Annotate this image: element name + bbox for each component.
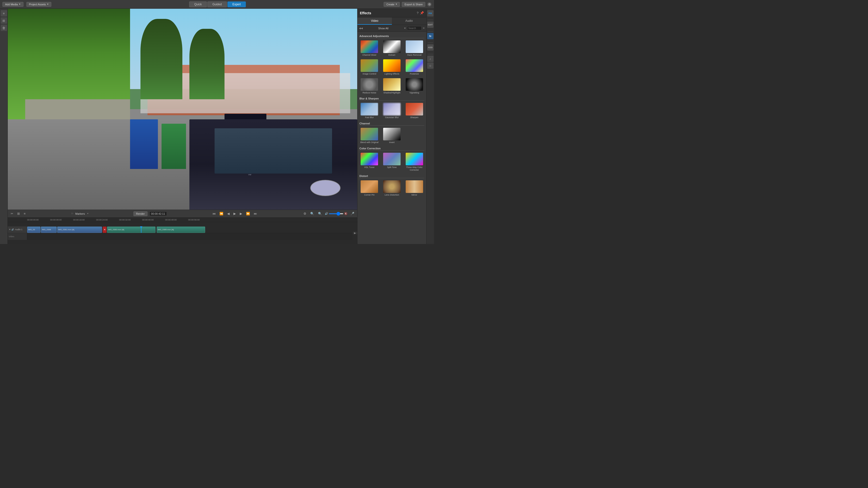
effect-mirror[interactable]: Mirror (404, 180, 425, 197)
go-to-start-button[interactable]: ⏮ (211, 211, 217, 216)
volume-icon: 🔊 (325, 212, 328, 215)
effect-corner-pin[interactable]: Corner Pin (359, 180, 380, 197)
project-assets-label: Project Assets (29, 3, 46, 6)
clip-img0385[interactable]: IMG_0385.mov [A] (157, 227, 205, 233)
smart-trim-icon[interactable]: ✂ (10, 211, 14, 216)
effects-panel-title: Effects (360, 11, 371, 15)
mode-guided-button[interactable]: Guided (207, 1, 227, 7)
timeline-scroll-right[interactable]: ▶ (352, 232, 357, 234)
add-label: ADD (428, 46, 433, 48)
delete-icon[interactable]: 🗑 (1, 25, 7, 31)
effect-thumb-invert (383, 128, 401, 140)
narration-icon[interactable]: 🎤 (349, 211, 355, 216)
rt-divider-3 (428, 42, 433, 43)
effect-label-shadow-highlight: Shadow/Highlight (383, 92, 400, 94)
clip-img03-label: IMG_03 (27, 228, 36, 231)
effect-thumb-shadow-highlight (383, 78, 401, 91)
layout-icon[interactable]: ⊞ (16, 211, 21, 216)
effect-blend-original[interactable]: Blend with Original (359, 127, 380, 144)
time-label-7: 00:00:56:00 (188, 219, 200, 221)
fx-button[interactable]: fx (427, 33, 434, 39)
left-toolbar: ≡ ⊞ 🗑 (0, 9, 8, 244)
effect-haze-removal[interactable]: Haze Removal (404, 40, 425, 57)
main-layout: ≡ ⊞ 🗑 (0, 9, 434, 244)
settings-icon[interactable]: ⚙ (427, 2, 432, 6)
zoom-in-icon[interactable]: 🔍 (309, 211, 315, 216)
effects-search-input[interactable] (407, 26, 422, 30)
prev-frame-button[interactable]: ◀ (226, 211, 230, 216)
effect-shadow-highlight[interactable]: Shadow/Highlight (381, 77, 403, 95)
clip-img0383[interactable]: IMG_0383.mov [A] (107, 227, 155, 233)
crop-icon[interactable]: ⊞ (1, 18, 7, 24)
effect-thumb-three-way (406, 153, 423, 165)
clip-img0381-label: IMG_0381.mov [A] (57, 228, 75, 231)
tools-icon[interactable]: ≡ (1, 10, 7, 17)
effect-three-way-color[interactable]: Three-Way Color Corrector (404, 152, 425, 172)
effect-posterize[interactable]: Posterize (404, 59, 425, 76)
panel-pin-button[interactable]: 📌 (420, 11, 424, 15)
effect-channel-mixer[interactable]: Channel Mixer (359, 40, 380, 57)
emoji-icon[interactable]: ☺ (427, 62, 434, 69)
next-frame-button[interactable]: ▶ (239, 211, 243, 216)
go-to-end-button[interactable]: ⏭ (253, 211, 258, 216)
zoom-out-icon[interactable]: 🔍 (317, 211, 323, 216)
properties-icon[interactable]: ≡ (23, 211, 27, 216)
step-back-button[interactable]: ⏪ (218, 211, 224, 216)
effect-extract[interactable]: Extract (381, 40, 403, 57)
project-assets-button[interactable]: Project Assets ▼ (26, 2, 52, 7)
tab-audio[interactable]: Audio (392, 18, 426, 25)
effect-lighting-effects[interactable]: Lighting Effects (381, 59, 403, 76)
effect-fast-blur[interactable]: Fast Blur (359, 102, 380, 120)
mode-expert-button[interactable]: Expert (227, 1, 246, 7)
effect-hsl-tuner[interactable]: HSL Tuner (359, 152, 380, 172)
clip-img0368-label: IMG_0368 (41, 228, 52, 231)
add-media-label: Add Media (5, 3, 18, 6)
effect-thumb-corner-pin (361, 180, 378, 193)
effect-lens-distortion[interactable]: Lens Distortion (381, 180, 403, 197)
effect-label-lens-distortion: Lens Distortion (384, 194, 399, 196)
add-media-button[interactable]: Add Media ▼ (2, 2, 24, 7)
effect-reduce-noise[interactable]: Reduce Noise (359, 77, 380, 95)
effect-vignetting[interactable]: Vignetting (404, 77, 425, 95)
play-pause-button[interactable]: ▶ (232, 211, 237, 216)
fix-button[interactable]: FIX (427, 10, 434, 17)
step-forward-button[interactable]: ⏩ (245, 211, 251, 216)
effect-thumb-blend (361, 128, 378, 140)
filter-dropdown-icon[interactable]: ▼ (404, 27, 406, 30)
effect-image-control[interactable]: Image Control (359, 59, 380, 76)
effect-split-tone[interactable]: Split Tone (381, 152, 403, 172)
section-title-channel: Channel (360, 122, 424, 126)
render-button[interactable]: Render (133, 211, 148, 216)
create-button[interactable]: Create ▼ (383, 2, 400, 7)
time-label-0: 00:00:00:00 (27, 219, 39, 221)
music-icon[interactable]: ♪ (427, 56, 434, 62)
effect-label-gaussian-blur: Gaussian Blur (385, 116, 399, 119)
time-label-4: 00:00:32:00 (119, 219, 131, 221)
clip-img03[interactable]: IMG_03 (27, 227, 40, 233)
track-2-label: Video (9, 235, 14, 238)
effect-invert[interactable]: Invert (381, 127, 403, 144)
section-title-blur: Blur & Sharpen (360, 97, 424, 101)
effect-label-corner-pin: Corner Pin (364, 194, 375, 196)
add-button[interactable]: ADD (427, 44, 434, 51)
effect-thumb-vignetting (406, 78, 423, 91)
create-label: Create (386, 3, 394, 6)
effect-gaussian-blur[interactable]: Gaussian Blur (381, 102, 403, 120)
filter-close-icon[interactable]: ✕ (423, 27, 425, 30)
panel-help-button[interactable]: ? (417, 11, 418, 15)
effect-thumb-posterize (406, 59, 423, 72)
effect-label-fast-blur: Fast Blur (365, 116, 374, 119)
filter-back-icon[interactable]: ◀◀ (359, 27, 363, 30)
export-share-button[interactable]: Export & Share (402, 2, 425, 7)
tab-video[interactable]: Video (358, 18, 392, 25)
mode-quick-button[interactable]: Quick (189, 1, 207, 7)
effect-sharpen[interactable]: Sharpen (404, 102, 425, 120)
effect-label-mirror: Mirror (411, 194, 417, 196)
clip-img0368[interactable]: IMG_0368 (41, 227, 57, 233)
track-mute-icon[interactable]: 🔊 (11, 228, 14, 231)
clip-img0381[interactable]: IMG_0381.mov [A] (57, 227, 102, 233)
edit-button[interactable]: EDIT (427, 22, 434, 28)
show-all-label[interactable]: Show All (364, 27, 403, 30)
volume-slider[interactable] (329, 213, 343, 214)
settings-icon-timeline[interactable]: ⚙ (303, 211, 307, 216)
